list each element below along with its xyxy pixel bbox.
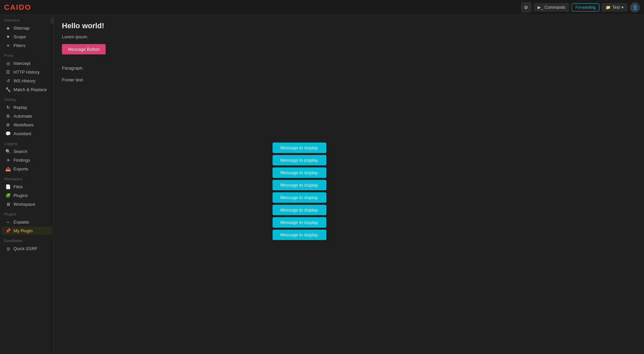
files-icon: 📄 (5, 184, 11, 189)
paragraph-text: Paragraph. (62, 66, 636, 71)
workflows-icon: ⚙ (5, 122, 11, 127)
message-display-button-3[interactable]: Message to display. (273, 180, 326, 190)
topbar-right: ⚙ ▶_ Commands Forwarding 📁 Test ▾ 👤 (521, 2, 640, 12)
sidebar-label-expaido: Expaido (13, 220, 29, 225)
sidebar-item-intercept[interactable]: ◎ Intercept (1, 59, 52, 68)
sidebar-item-replay[interactable]: ↻ Replay (1, 103, 52, 112)
sidebar-label-sitemap: Sitemap (13, 26, 30, 31)
exports-icon: 📤 (5, 166, 11, 171)
sidebar-item-filters[interactable]: ≡ Filters (1, 41, 52, 50)
sidebar-label-http-history: HTTP History (13, 70, 40, 75)
sidebar-label-assistant: Assistant (13, 131, 31, 136)
topbar: CAIDO ⚙ ▶_ Commands Forwarding 📁 Test ▾ … (0, 0, 644, 15)
sidebar-label-ws-history: WS History (13, 78, 35, 83)
message-display-button-0[interactable]: Message to display. (273, 143, 326, 153)
logo: CAIDO (4, 3, 31, 12)
section-logging: Logging (0, 138, 53, 147)
scope-icon: ▼ (5, 34, 11, 39)
sidebar-item-sitemap[interactable]: ◈ Sitemap (1, 24, 52, 32)
sidebar-label-scope: Scope (13, 34, 26, 39)
sidebar: « Overview ◈ Sitemap ▼ Scope ≡ Filters P… (0, 15, 54, 354)
sidebar-item-expaido[interactable]: ↔ Expaido (1, 218, 52, 226)
user-icon: 👤 (632, 5, 638, 10)
terminal-icon: ▶_ (538, 5, 543, 10)
dropdown-icon: ▾ (621, 5, 623, 10)
section-testing: Testing (0, 94, 53, 103)
sidebar-item-files[interactable]: 📄 Files (1, 183, 52, 191)
sidebar-item-my-plugin[interactable]: 📌 My Plugin (1, 227, 52, 235)
sidebar-label-findings: Findings (13, 158, 30, 163)
plugins-icon: 🧩 (5, 193, 11, 198)
my-plugin-icon: 📌 (5, 228, 11, 233)
message-buttons-group: Message to display.Message to display.Me… (273, 143, 326, 240)
sidebar-item-plugins[interactable]: 🧩 Plugins (1, 191, 52, 200)
sidebar-item-search[interactable]: 🔍 Search (1, 147, 52, 156)
message-button-primary[interactable]: Message Button (62, 44, 106, 54)
quick-ssrf-icon: ◎ (5, 246, 11, 251)
message-display-button-6[interactable]: Message to display. (273, 217, 326, 228)
divider (62, 61, 636, 61)
sitemap-icon: ◈ (5, 26, 11, 31)
sidebar-label-quick-ssrf: Quick SSRF (13, 246, 38, 251)
sidebar-label-exports: Exports (13, 166, 28, 171)
sidebar-item-automate[interactable]: ⚙ Automate (1, 112, 52, 120)
test-button[interactable]: 📁 Test ▾ (602, 3, 627, 11)
section-overview: Overview (0, 15, 53, 24)
message-display-button-7[interactable]: Message to display. (273, 230, 326, 240)
section-evenbetter: EvenBetter (0, 235, 53, 244)
forwarding-button[interactable]: Forwarding (572, 3, 599, 11)
replay-icon: ↻ (5, 105, 11, 110)
sidebar-label-search: Search (13, 149, 27, 154)
filters-icon: ≡ (5, 43, 11, 48)
intercept-icon: ◎ (5, 61, 11, 66)
sidebar-label-files: Files (13, 184, 23, 189)
page-title: Hello world! (62, 22, 636, 30)
sidebar-item-findings[interactable]: ✳ Findings (1, 156, 52, 164)
match-replace-icon: 🔧 (5, 87, 11, 92)
message-display-button-5[interactable]: Message to display. (273, 205, 326, 215)
automate-icon: ⚙ (5, 114, 11, 119)
ws-history-icon: ↺ (5, 78, 11, 83)
sidebar-label-replay: Replay (13, 105, 27, 110)
section-workspace: Workspace (0, 173, 53, 182)
main-layout: « Overview ◈ Sitemap ▼ Scope ≡ Filters P… (0, 15, 644, 354)
commands-button[interactable]: ▶_ Commands (534, 3, 569, 11)
findings-icon: ✳ (5, 158, 11, 163)
sidebar-label-my-plugin: My Plugin (13, 228, 33, 233)
sidebar-label-workflows: Workflows (13, 122, 34, 127)
sidebar-label-filters: Filters (13, 43, 25, 48)
search-icon: 🔍 (5, 149, 11, 154)
sidebar-item-exports[interactable]: 📤 Exports (1, 165, 52, 173)
sidebar-label-plugins: Plugins (13, 193, 28, 198)
sidebar-item-http-history[interactable]: ☰ HTTP History (1, 68, 52, 76)
workspace-icon: 🖥 (5, 202, 11, 207)
sidebar-label-match-replace: Match & Replace (13, 87, 47, 92)
sidebar-label-workspace: Workspace (13, 202, 35, 207)
lorem-text: Lorem ipsum. (62, 34, 636, 39)
sidebar-label-intercept: Intercept (13, 61, 31, 66)
footer-text: Footer text. (62, 77, 636, 82)
message-display-button-1[interactable]: Message to display. (273, 155, 326, 165)
message-display-button-4[interactable]: Message to display. (273, 192, 326, 203)
gear-icon: ⚙ (524, 5, 528, 10)
sidebar-item-match-replace[interactable]: 🔧 Match & Replace (1, 85, 52, 94)
avatar[interactable]: 👤 (630, 2, 640, 12)
sidebar-item-ws-history[interactable]: ↺ WS History (1, 77, 52, 85)
folder-icon: 📁 (606, 5, 611, 10)
sidebar-item-workspace[interactable]: 🖥 Workspace (1, 200, 52, 208)
section-plugins: Plugins (0, 209, 53, 218)
sidebar-item-quick-ssrf[interactable]: ◎ Quick SSRF (1, 244, 52, 253)
gear-button[interactable]: ⚙ (521, 2, 531, 12)
section-proxy: Proxy (0, 50, 53, 59)
sidebar-item-assistant[interactable]: 💬 Assistant (1, 129, 52, 138)
sidebar-label-automate: Automate (13, 114, 32, 119)
sidebar-item-workflows[interactable]: ⚙ Workflows (1, 121, 52, 129)
assistant-icon: 💬 (5, 131, 11, 136)
sidebar-item-scope[interactable]: ▼ Scope (1, 33, 52, 41)
http-history-icon: ☰ (5, 70, 11, 75)
expaido-icon: ↔ (5, 220, 11, 225)
message-display-button-2[interactable]: Message to display. (273, 167, 326, 178)
content-area: Hello world! Lorem ipsum. Message Button… (54, 15, 644, 354)
